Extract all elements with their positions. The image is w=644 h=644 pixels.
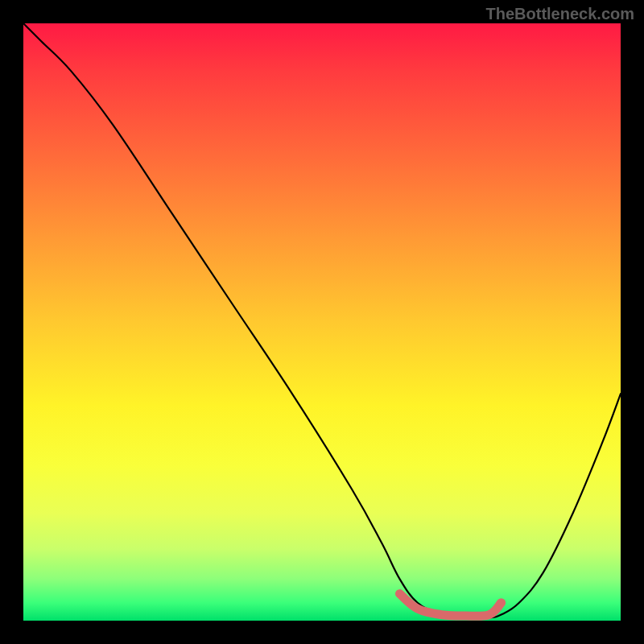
- optimal-band: [399, 594, 501, 617]
- chart-svg: [23, 23, 621, 621]
- watermark-text: TheBottleneck.com: [486, 5, 634, 23]
- plot-area: [23, 23, 621, 621]
- bottleneck-curve: [23, 23, 621, 618]
